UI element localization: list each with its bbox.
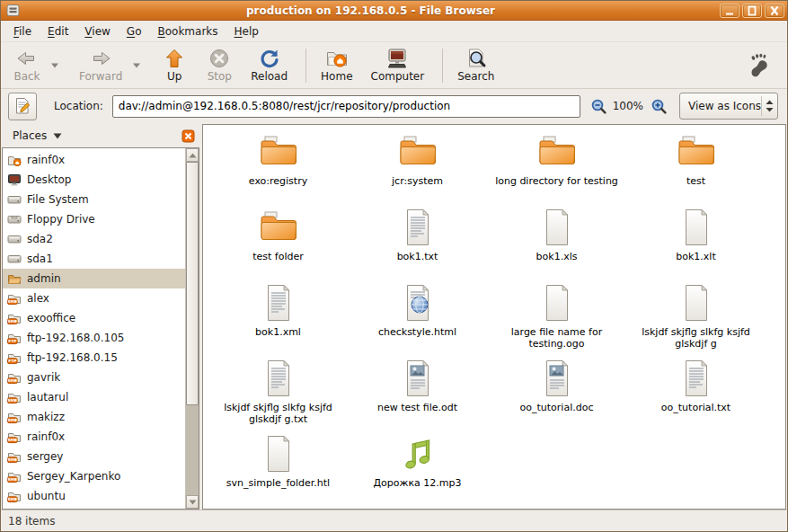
- reload-button[interactable]: Reload: [243, 45, 295, 86]
- file-name: new test file.odt: [377, 402, 457, 413]
- place-item-sergey-karpenko[interactable]: SMBSergey_Karpenko: [3, 466, 185, 486]
- title-bar: production on 192.168.0.5 - File Browser: [1, 1, 787, 21]
- computer-button[interactable]: Computer: [364, 45, 432, 86]
- places-dropdown-button[interactable]: Places: [5, 127, 69, 145]
- place-item-admin[interactable]: admin: [3, 269, 185, 288]
- file-item[interactable]: new test file.odt: [348, 357, 487, 432]
- file-name: svn_simple_folder.htl: [226, 477, 330, 489]
- sidebar-scrollbar[interactable]: [185, 148, 199, 509]
- place-item-gavrik[interactable]: SMBgavrik: [3, 368, 185, 387]
- file-item[interactable]: lskjdf skjflg slkfg ksjfd glskdjf g.txt: [208, 357, 348, 432]
- svg-text:FTP: FTP: [8, 359, 16, 363]
- folder-icon: [257, 130, 300, 173]
- place-label: ubuntu: [27, 490, 66, 502]
- place-item-ftp-192-168-0-105[interactable]: FTPftp-192.168.0.105: [3, 328, 185, 348]
- file-item[interactable]: bok1.txt: [348, 206, 487, 281]
- svg-text:SMB: SMB: [7, 319, 17, 324]
- blank-document-icon: [536, 206, 579, 249]
- combo-spinner-icon[interactable]: [762, 100, 777, 112]
- menu-view[interactable]: View: [76, 22, 118, 40]
- file-name: exo:registry: [249, 175, 307, 187]
- stop-button[interactable]: Stop: [199, 45, 240, 86]
- text-document-icon: [675, 357, 718, 400]
- file-item[interactable]: Дорожка 12.mp3: [348, 432, 487, 508]
- back-button[interactable]: Back: [6, 45, 48, 86]
- menu-bookmarks[interactable]: Bookmarks: [149, 22, 226, 40]
- place-item-rainf0x[interactable]: SMBrainf0x: [3, 427, 185, 447]
- item-count: 18 items: [8, 515, 55, 528]
- view-mode-combo[interactable]: View as Icons: [679, 93, 778, 120]
- text-document-icon: [396, 206, 439, 249]
- file-name: lskjdf skjflg slkfg ksjfd glskdjf g: [633, 326, 760, 350]
- window-menu-icon[interactable]: [5, 3, 21, 18]
- scroll-up-icon[interactable]: [186, 148, 199, 162]
- file-item[interactable]: jcr:system: [348, 130, 487, 206]
- file-item[interactable]: exo:registry: [208, 130, 348, 206]
- up-toolbar-group: Up: [154, 44, 195, 86]
- home-icon: [325, 47, 349, 70]
- maximize-button[interactable]: [742, 4, 762, 18]
- home-button[interactable]: Home: [314, 45, 359, 86]
- file-item[interactable]: svn_simple_folder.htl: [208, 432, 348, 508]
- place-item-ubuntu[interactable]: SMBubuntu: [3, 486, 185, 506]
- smb-share-icon: SMB: [7, 311, 22, 325]
- smb-share-icon: SMB: [7, 410, 22, 424]
- place-item-sda2[interactable]: sda2: [3, 229, 185, 249]
- file-item[interactable]: checkstyle.html: [348, 281, 487, 357]
- file-item[interactable]: lskjdf skjflg slkfg ksjfd glskdjf g: [626, 281, 766, 357]
- forward-history-dropdown[interactable]: [129, 52, 143, 79]
- text-document-icon: [257, 281, 300, 324]
- place-item-lautarul[interactable]: SMBlautarul: [3, 387, 185, 407]
- place-item-ftp-192-168-0-15[interactable]: FTPftp-192.168.0.15: [3, 348, 185, 368]
- file-item[interactable]: test: [626, 130, 766, 206]
- place-item-sergey[interactable]: SMBsergey: [3, 447, 185, 466]
- file-item[interactable]: test folder: [208, 206, 348, 281]
- stop-icon: [208, 47, 231, 70]
- file-name: test: [686, 175, 705, 187]
- menu-go[interactable]: Go: [119, 22, 150, 40]
- file-item[interactable]: bok1.xlt: [626, 206, 766, 281]
- sidebar-close-button[interactable]: [182, 129, 195, 143]
- place-item-exooffice[interactable]: SMBexooffice: [3, 308, 185, 328]
- smb-share-icon: SMB: [7, 370, 22, 385]
- file-item[interactable]: bok1.xls: [487, 206, 626, 281]
- menu-help[interactable]: Help: [226, 22, 267, 40]
- folder-icon: [257, 206, 300, 249]
- search-button[interactable]: Search: [450, 45, 501, 86]
- computer-icon: [385, 47, 409, 70]
- location-input[interactable]: [112, 95, 580, 118]
- back-toolbar-group: Back: [6, 44, 68, 86]
- place-item-makizz[interactable]: SMBmakizz: [3, 407, 185, 427]
- file-item[interactable]: bok1.xml: [208, 281, 348, 357]
- place-item-floppy-drive[interactable]: Floppy Drive: [3, 209, 185, 229]
- place-label: admin: [27, 272, 61, 285]
- edit-location-button[interactable]: [8, 93, 37, 120]
- up-button[interactable]: Up: [154, 45, 195, 86]
- scrollbar-track[interactable]: [186, 162, 199, 495]
- file-item[interactable]: long directory for testing: [487, 130, 626, 206]
- file-item[interactable]: large file name for testing.ogo: [487, 281, 626, 357]
- file-item[interactable]: oo_tutorial.txt: [626, 357, 766, 432]
- back-history-dropdown[interactable]: [48, 52, 61, 79]
- place-item-alex[interactable]: SMBalex: [3, 288, 185, 308]
- scroll-down-icon[interactable]: [186, 495, 199, 509]
- file-item[interactable]: oo_tutorial.doc: [487, 357, 626, 432]
- drive-icon: [7, 232, 22, 246]
- smb-share-icon: SMB: [7, 390, 22, 404]
- forward-button[interactable]: Forward: [72, 45, 129, 86]
- place-label: File System: [27, 193, 89, 206]
- zoom-in-icon[interactable]: [649, 96, 668, 116]
- menu-file[interactable]: File: [5, 22, 40, 40]
- menu-edit[interactable]: Edit: [40, 22, 76, 40]
- zoom-out-icon[interactable]: [589, 96, 609, 116]
- place-item-desktop[interactable]: Desktop: [3, 170, 185, 190]
- minimize-button[interactable]: [720, 4, 739, 18]
- reload-toolbar-group: Reload: [243, 44, 295, 86]
- place-item-file-system[interactable]: File System: [3, 190, 185, 209]
- place-item-sda1[interactable]: sda1: [3, 249, 185, 269]
- place-item-rainf0x[interactable]: rainf0x: [3, 150, 185, 170]
- sidebar: Places rainf0xDesktopFile SystemFloppy D…: [2, 124, 199, 510]
- close-button[interactable]: [765, 4, 784, 18]
- scrollbar-thumb[interactable]: [186, 162, 199, 405]
- toolbar: BackForwardUpStopReloadHomeComputerSearc…: [1, 42, 787, 89]
